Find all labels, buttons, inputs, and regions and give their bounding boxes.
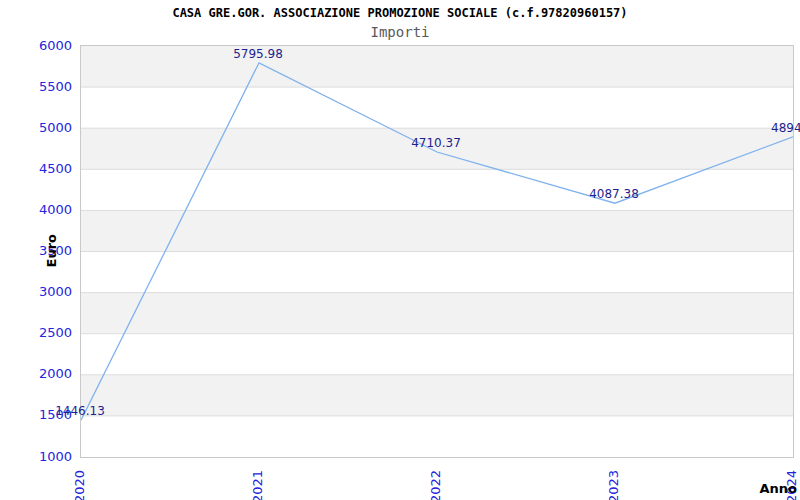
- plot-area: [80, 45, 794, 458]
- data-point-label: 1446.13: [40, 404, 120, 418]
- x-axis-title: Anno: [759, 481, 797, 496]
- y-axis-tick-label: 2500: [0, 325, 72, 340]
- y-axis-tick-label: 3500: [0, 243, 72, 258]
- y-axis-tick-label: 5000: [0, 120, 72, 135]
- y-axis-tick-label: 1000: [0, 449, 72, 464]
- plot-band: [81, 46, 793, 87]
- data-point-label: 4087.38: [574, 187, 654, 201]
- x-axis-tick-label: 2023: [606, 461, 622, 500]
- x-axis-tick-label: 2021: [250, 461, 266, 500]
- y-axis-tick-label: 4500: [0, 161, 72, 176]
- chart-title: CASA GRE.GOR. ASSOCIAZIONE PROMOZIONE SO…: [0, 6, 800, 20]
- y-axis-tick-label: 6000: [0, 38, 72, 53]
- data-point-label: 4710.37: [396, 136, 476, 150]
- data-point-label: 5795.98: [218, 47, 298, 61]
- y-axis-title: Euro: [44, 234, 59, 267]
- line-chart-svg: [81, 46, 793, 457]
- y-axis-tick-label: 3000: [0, 284, 72, 299]
- chart-subtitle: Importi: [0, 24, 800, 40]
- plot-band: [81, 375, 793, 416]
- y-axis-tick-label: 5500: [0, 79, 72, 94]
- chart-container: CASA GRE.GOR. ASSOCIAZIONE PROMOZIONE SO…: [0, 0, 800, 500]
- x-axis-tick-label: 2022: [428, 461, 444, 500]
- plot-band: [81, 293, 793, 334]
- y-axis-tick-label: 2000: [0, 366, 72, 381]
- y-axis-tick-label: 4000: [0, 202, 72, 217]
- x-axis-tick-label: 2020: [72, 461, 88, 500]
- plot-band: [81, 210, 793, 251]
- data-point-label: 4894.9: [752, 121, 800, 135]
